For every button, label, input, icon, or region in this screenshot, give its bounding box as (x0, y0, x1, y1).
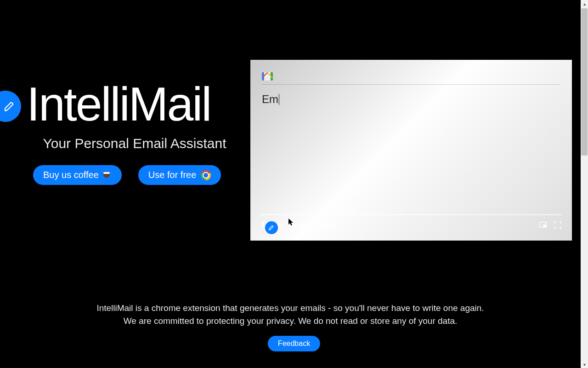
hero-section: IntelliMail Your Personal Email Assistan… (27, 79, 243, 185)
scrollbar-up-arrow[interactable]: ▴ (581, 0, 588, 7)
demo-typed-text: Em (262, 93, 279, 106)
floating-edit-button[interactable] (0, 91, 21, 122)
pencil-icon (4, 100, 16, 112)
svg-rect-3 (543, 225, 546, 227)
svg-rect-0 (262, 222, 264, 228)
buy-coffee-button[interactable]: Buy us coffee (33, 165, 122, 185)
text-caret-icon (279, 94, 279, 105)
fullscreen-icon (554, 221, 561, 229)
page-subtitle: Your Personal Email Assistant (27, 136, 243, 151)
page-scrollbar[interactable]: ▴ ▾ (581, 0, 588, 368)
scrollbar-thumb[interactable] (581, 8, 588, 155)
gmail-icon (262, 72, 273, 80)
feedback-label: Feedback (278, 339, 310, 347)
description-line-1: IntelliMail is a chrome extension that g… (0, 302, 581, 315)
cursor-icon (288, 218, 294, 226)
video-controls: 00:00 / 00:09 (250, 214, 572, 241)
pencil-icon (268, 224, 275, 231)
video-progress-bar[interactable] (260, 214, 562, 215)
chrome-icon (201, 170, 211, 180)
video-overlay-edit-button[interactable] (265, 221, 278, 234)
picture-in-picture-button[interactable] (539, 221, 547, 229)
coffee-icon (103, 172, 112, 178)
demo-typed-value: Em (262, 93, 278, 106)
page-title: IntelliMail (27, 79, 243, 129)
video-time-total: 00:09 (319, 222, 334, 229)
video-time-separator: / (311, 222, 313, 229)
buy-coffee-label: Buy us coffee (43, 170, 99, 180)
use-for-free-button[interactable]: Use for free (138, 165, 221, 185)
feedback-button[interactable]: Feedback (268, 336, 320, 351)
demo-video[interactable]: Em 00:00 / 00:09 (250, 60, 572, 241)
description-line-2: We are committed to protecting your priv… (0, 315, 581, 328)
use-for-free-label: Use for free (148, 170, 196, 180)
pip-icon (539, 221, 547, 229)
fullscreen-button[interactable] (554, 221, 562, 229)
description-block: IntelliMail is a chrome extension that g… (0, 302, 581, 327)
scrollbar-down-arrow[interactable]: ▾ (581, 361, 588, 368)
